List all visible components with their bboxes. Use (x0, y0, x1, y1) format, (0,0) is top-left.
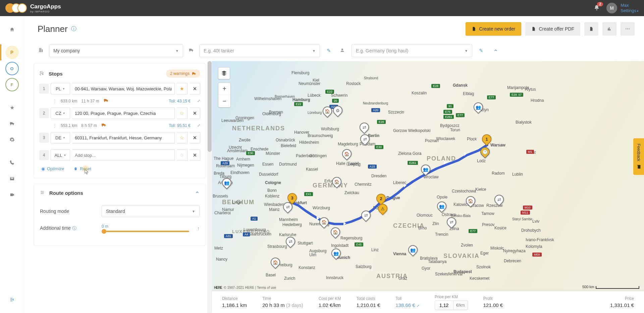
country-select[interactable]: CZ▼ (51, 107, 70, 119)
create-pdf-button[interactable]: Create offer PDF (525, 22, 580, 36)
sidebar-star[interactable]: ★ (5, 101, 19, 114)
stat-distance: 1,186.1 km (222, 302, 247, 308)
address-input[interactable] (72, 107, 175, 119)
brand-sub: by IMPARGO (30, 10, 61, 13)
sidebar-collapse[interactable] (5, 293, 19, 306)
map-marker-clock[interactable]: 🕐 (478, 145, 492, 159)
building-icon (38, 47, 44, 54)
sidebar-video[interactable] (5, 188, 19, 202)
country-select[interactable]: DE▼ (51, 132, 70, 143)
map-poi[interactable]: 👥 (435, 199, 448, 213)
notifications-button[interactable]: 2 (594, 5, 600, 12)
remove-stop-icon[interactable]: ✕ (190, 132, 200, 143)
sidebar-settings[interactable] (5, 133, 19, 146)
stop-row: 2 CZ▼ ☆ ✕ (39, 107, 200, 119)
sidebar-home[interactable] (5, 23, 19, 36)
map-poi[interactable]: 👥 (406, 243, 420, 257)
title-info-icon[interactable]: ⓘ (71, 26, 76, 33)
left-panel: Stops 2 warnings 1 PL▼ ★ ✕ ⋮ 633.0 k (24, 61, 212, 313)
map-poi[interactable]: ⇄ (359, 209, 373, 222)
map-marker-warning[interactable]: ⚠ (376, 202, 389, 215)
brand-logo[interactable]: CargoApps by IMPARGO (5, 3, 61, 13)
vehicle-edit-icon[interactable]: ✎ (325, 46, 333, 56)
scroll-thumb[interactable] (208, 61, 212, 152)
chart-icon-button[interactable] (602, 22, 616, 36)
stat-toll[interactable]: 138.66 €⤢ (395, 302, 419, 308)
map[interactable]: NETHERLANDS GERMANY BELGIUM LUXEMBOURG P… (212, 61, 644, 313)
scroll-track[interactable] (207, 61, 212, 313)
driver-icon[interactable] (338, 46, 347, 56)
add-stop-row: 4 ALL▼ ☆ ✕ (39, 149, 200, 161)
slider-reset-icon[interactable]: ↑ (197, 226, 200, 231)
map-poi[interactable]: ⇄ (358, 121, 371, 134)
feedback-tab[interactable]: Feedback (633, 138, 644, 175)
zoom-controls: + − (218, 83, 231, 107)
profile-select[interactable]: E.g. Germany (long haul) ▼ (352, 44, 472, 57)
address-input[interactable] (72, 132, 175, 143)
optimize-button[interactable]: ◉Optimize (41, 166, 64, 171)
clear-stop-icon[interactable]: ✕ (190, 149, 200, 161)
sidebar-mail[interactable] (5, 172, 19, 185)
svg-marker-8 (317, 216, 319, 220)
user-menu[interactable]: M Max Settings (606, 3, 639, 13)
stop-handle[interactable]: 1 (39, 84, 49, 94)
toll-link[interactable]: Toll: 95.51 € (169, 123, 191, 128)
country-select-all[interactable]: ALL▼ (51, 149, 70, 161)
country-label: POLAND (427, 155, 456, 162)
stop-handle[interactable]: 2 (39, 108, 49, 118)
profile-edit-icon[interactable]: ✎ (477, 46, 485, 56)
toll-link[interactable]: Toll: 43.15 € (169, 99, 191, 103)
route-options-header[interactable]: Route options (40, 190, 200, 196)
map-poi[interactable]: 🏠 (329, 225, 342, 239)
remove-stop-icon[interactable]: ✕ (190, 107, 200, 119)
sidebar: P O F ★ (0, 16, 24, 313)
additional-time-slider[interactable]: 0 m (102, 225, 189, 232)
reset-button[interactable]: Reset (73, 166, 91, 171)
price-per-km-input[interactable] (435, 301, 453, 310)
collapse-selector-icon[interactable] (491, 46, 500, 56)
svg-point-0 (40, 72, 41, 72)
layers-button[interactable] (218, 67, 230, 79)
sidebar-phone[interactable] (5, 156, 19, 169)
export-icon-button[interactable] (584, 22, 598, 36)
stat-label: Profit (483, 296, 503, 301)
info-icon[interactable]: ⓘ (72, 226, 76, 231)
route-options-card: Route options Routing mode Standard ▼ Ad… (34, 184, 206, 246)
favorite-icon[interactable]: ★ (177, 83, 187, 94)
create-order-button[interactable]: Create new order (466, 22, 521, 36)
more-icon-button[interactable]: ⋯ (621, 22, 635, 36)
settings-link[interactable]: Settings (621, 8, 639, 13)
sidebar-truck[interactable] (5, 117, 19, 130)
favorite-icon[interactable]: ☆ (177, 132, 187, 143)
company-select[interactable]: My company ▼ (49, 44, 183, 57)
stop-handle[interactable]: 4 (39, 150, 49, 160)
map-poi[interactable]: 🏠 (317, 215, 331, 229)
warnings-badge[interactable]: 2 warnings (166, 70, 200, 78)
favorite-icon[interactable]: ☆ (177, 107, 187, 119)
notification-count: 2 (597, 2, 603, 6)
zoom-out-button[interactable]: − (218, 95, 230, 107)
stop-handle[interactable]: 3 (39, 133, 49, 143)
vehicle-placeholder: E.g. 40t tanker (204, 48, 234, 53)
routing-mode-select[interactable]: Standard ▼ (102, 205, 200, 217)
zoom-in-button[interactable]: + (218, 83, 230, 95)
address-input[interactable] (72, 83, 175, 94)
leg-time: 8 h 57 m (81, 123, 97, 128)
map-marker-2[interactable]: 2 (374, 192, 388, 205)
favorite-icon[interactable]: ☆ (177, 149, 187, 161)
collapse-icon[interactable] (195, 190, 200, 196)
sidebar-o[interactable]: O (5, 62, 19, 75)
stat-cost-km: 1.02 €/km (319, 302, 341, 308)
expand-icon[interactable]: ⤢ (197, 99, 200, 103)
map-attribution: HERE © 1987–2021 HERE | Terms of use (214, 286, 276, 289)
remove-stop-icon[interactable]: ✕ (190, 83, 200, 94)
add-stop-input[interactable] (72, 149, 175, 161)
vehicle-select[interactable]: E.g. 40t tanker ▼ (199, 44, 320, 57)
expand-icon[interactable]: ⤢ (197, 123, 200, 128)
sidebar-f[interactable]: F (5, 78, 19, 91)
sidebar-planner[interactable]: P (5, 46, 19, 59)
country-select[interactable]: PL▼ (51, 83, 70, 94)
map-poi[interactable]: 🏠 (340, 147, 354, 161)
map-poi[interactable]: 👥 (419, 163, 432, 176)
create-pdf-label: Create offer PDF (539, 26, 574, 32)
